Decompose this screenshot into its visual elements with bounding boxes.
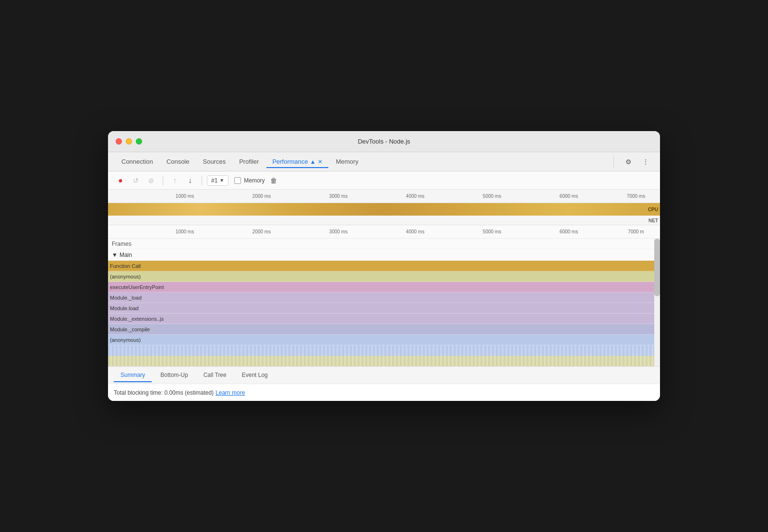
close-button[interactable]: [116, 138, 122, 145]
cpu-bar: CPU: [108, 203, 660, 216]
main-section-header[interactable]: ▼ Main: [108, 249, 660, 261]
flame-row-function-call[interactable]: Function Call: [108, 261, 660, 271]
tab-bottom-up[interactable]: Bottom-Up: [154, 369, 194, 382]
scrollbar-thumb[interactable]: [654, 239, 660, 296]
toolbar: ● ↺ ⊘ ↑ ↓ #1 ▼ Memory 🗑: [108, 171, 660, 190]
nav-right: ⚙ ⋮: [610, 155, 652, 169]
tab-profiler[interactable]: Profiler: [233, 155, 264, 168]
main-expand-icon: ▼: [112, 252, 118, 258]
anonymous-2-label: (anonymous): [110, 337, 141, 343]
execute-label: executeUserEntryPoint: [110, 284, 164, 290]
timeline-ruler: 1000 ms 2000 ms 3000 ms 4000 ms 5000 ms …: [108, 225, 660, 239]
toolbar-separator-1: [163, 176, 163, 185]
nav-bar: Connection Console Sources Profiler Perf…: [108, 152, 660, 171]
tick-2000: 2000 ms: [252, 229, 271, 234]
clear-button[interactable]: ⊘: [144, 174, 158, 187]
record-button[interactable]: ●: [114, 174, 127, 187]
nav-separator: [613, 156, 614, 168]
flame-row-dense-2: [108, 356, 660, 366]
tick-5000-top: 5000 ms: [483, 193, 501, 199]
tick-5000: 5000 ms: [483, 229, 501, 234]
tick-1000: 1000 ms: [176, 229, 194, 234]
anonymous-1-label: (anonymous): [110, 274, 141, 279]
tab-connection[interactable]: Connection: [116, 155, 159, 168]
flame-row-module-load[interactable]: Module._load: [108, 292, 660, 303]
title-bar: DevTools - Node.js: [108, 131, 660, 152]
tick-3000: 3000 ms: [329, 229, 348, 234]
toolbar-separator-2: [202, 176, 202, 185]
memory-checkbox[interactable]: [234, 177, 241, 184]
tick-1000-top: 1000 ms: [176, 193, 194, 199]
timeline-header-top: 1000 ms 2000 ms 3000 ms 4000 ms 5000 ms …: [108, 190, 660, 203]
traffic-lights: [116, 138, 142, 145]
tick-2000-top: 2000 ms: [252, 193, 271, 199]
delete-button[interactable]: 🗑: [267, 174, 280, 187]
tab-performance[interactable]: Performance ▲ ✕: [266, 155, 328, 168]
frames-label: Frames: [112, 241, 132, 247]
function-call-label: Function Call: [110, 263, 141, 269]
flame-row-anonymous-1[interactable]: (anonymous): [108, 271, 660, 282]
tab-event-log[interactable]: Event Log: [235, 369, 275, 382]
selector-dropdown[interactable]: #1 ▼: [207, 175, 228, 186]
memory-checkbox-container[interactable]: Memory: [234, 177, 264, 184]
module-load2-label: Module.load: [110, 305, 139, 311]
timeline-section: 1000 ms 2000 ms 3000 ms 4000 ms 5000 ms …: [108, 190, 660, 225]
performance-close-icon[interactable]: ✕: [318, 158, 323, 165]
module-load-label: Module._load: [110, 295, 142, 301]
extensions-label: Module._extensions..js: [110, 316, 164, 322]
learn-more-link[interactable]: Learn more: [216, 389, 245, 396]
flame-row-extensions[interactable]: Module._extensions..js: [108, 314, 660, 324]
tab-call-tree[interactable]: Call Tree: [197, 369, 233, 382]
main-section-label: Main: [120, 252, 132, 258]
performance-label: Performance: [272, 158, 308, 165]
status-bar: Total blocking time: 0.00ms (estimated) …: [108, 384, 660, 401]
frames-row: Frames: [108, 239, 660, 249]
bottom-tabs: Summary Bottom-Up Call Tree Event Log: [108, 366, 660, 384]
tick-4000: 4000 ms: [406, 229, 424, 234]
minimize-button[interactable]: [126, 138, 132, 145]
maximize-button[interactable]: [136, 138, 142, 145]
selector-value: #1: [211, 177, 217, 184]
tab-summary[interactable]: Summary: [114, 369, 152, 382]
cpu-label: CPU: [648, 207, 658, 212]
tick-6000-top: 6000 ms: [560, 193, 578, 199]
flame-row-dense-1: [108, 345, 660, 356]
flame-row-compile[interactable]: Module._compile: [108, 324, 660, 335]
download-button[interactable]: ↓: [183, 174, 197, 187]
flame-row-execute[interactable]: executeUserEntryPoint: [108, 282, 660, 292]
memory-checkbox-label: Memory: [244, 177, 264, 184]
performance-filter-icon: ▲: [310, 158, 316, 165]
net-bar: NET: [108, 216, 660, 225]
window-title: DevTools - Node.js: [358, 138, 410, 145]
reload-button[interactable]: ↺: [129, 174, 143, 187]
selector-chevron-icon: ▼: [219, 178, 224, 183]
status-text: Total blocking time: 0.00ms (estimated): [114, 389, 214, 396]
flame-row-module-load2[interactable]: Module.load: [108, 303, 660, 314]
scrollbar-track[interactable]: [654, 239, 660, 366]
tab-console[interactable]: Console: [161, 155, 195, 168]
tick-6000: 6000 ms: [560, 229, 578, 234]
upload-button[interactable]: ↑: [168, 174, 181, 187]
flame-row-anonymous-2[interactable]: (anonymous): [108, 335, 660, 345]
tick-7000: 7000 m: [628, 229, 644, 234]
more-menu-button[interactable]: ⋮: [639, 155, 652, 169]
net-label: NET: [648, 218, 658, 223]
tick-4000-top: 4000 ms: [406, 193, 424, 199]
settings-button[interactable]: ⚙: [622, 155, 635, 169]
tick-7000-top: 7000 ms: [627, 193, 645, 199]
compile-label: Module._compile: [110, 326, 150, 332]
tick-3000-top: 3000 ms: [329, 193, 348, 199]
devtools-window: DevTools - Node.js Connection Console So…: [108, 131, 660, 401]
flame-chart: Frames ▼ Main Function Call (anonymous) …: [108, 239, 660, 366]
tab-sources[interactable]: Sources: [197, 155, 231, 168]
tab-memory[interactable]: Memory: [330, 155, 364, 168]
